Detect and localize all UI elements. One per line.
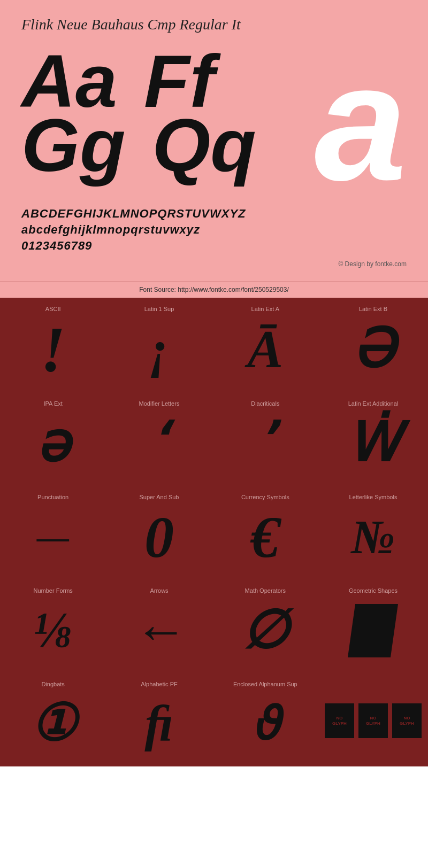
glyph-cell-alphabeticpf: Alphabetic PF ﬁ: [106, 673, 212, 766]
glyph-cell-latinexta: Latin Ext A Ā: [212, 298, 318, 392]
glyph-char-latinexta: Ā: [247, 317, 283, 382]
glyph-label-ipaext: IPA Ext: [44, 400, 63, 407]
glyph-char-numberforms: ⅛: [34, 599, 72, 662]
noglyph-text-1: NOGLYPH: [332, 716, 347, 726]
glyph-label-modifier: Modifier Letters: [139, 400, 180, 407]
glyph-cell-diacriticals: Diacriticals ʼ: [212, 392, 318, 486]
noglyph-text-3: NOGLYPH: [400, 716, 414, 726]
lowercase-alphabet: abcdefghijklmnopqrstuvwxyz: [21, 223, 407, 237]
glyph-char-punctuation: —: [37, 506, 69, 569]
glyph-char-geoshapes: [351, 599, 394, 662]
letter-pair-qq: Qq: [152, 108, 256, 183]
bottom-section: ASCII ! Latin 1 Sup ¡ Latin Ext A Ā Lati…: [0, 298, 428, 766]
glyph-cell-mathop: Math Operators ∅: [212, 579, 318, 673]
glyph-label-diacriticals: Diacriticals: [251, 400, 279, 407]
big-accent-a: a: [315, 44, 407, 201]
glyph-label-superandsub: Super And Sub: [139, 494, 179, 500]
glyph-label-currency: Currency Symbols: [241, 494, 289, 500]
noglyph-text-2: NOGLYPH: [366, 716, 380, 726]
glyph-char-currency: €: [250, 506, 280, 569]
geometric-rect: [348, 604, 398, 657]
noglyph-box-2: NOGLYPH: [358, 703, 388, 738]
glyph-char-diacriticals: ʼ: [257, 412, 274, 475]
glyph-cell-ascii: ASCII !: [0, 298, 106, 392]
glyph-grid: ASCII ! Latin 1 Sup ¡ Latin Ext A Ā Lati…: [0, 298, 428, 766]
glyph-label-punctuation: Punctuation: [37, 494, 68, 500]
glyph-label-latinextb: Latin Ext B: [359, 306, 387, 312]
glyph-char-latinextb: Ə: [352, 317, 394, 382]
glyph-char-dingbats: ①: [30, 693, 76, 756]
glyph-char-ipaext: ə: [36, 412, 70, 475]
glyph-cell-latin1sup: Latin 1 Sup ¡: [106, 298, 212, 392]
glyph-label-ascii: ASCII: [45, 306, 61, 312]
glyph-label-enclosedalphanum: Enclosed Alphanum Sup: [233, 681, 297, 687]
glyph-label-alphabeticpf: Alphabetic PF: [141, 681, 177, 687]
glyph-cell-dingbats: Dingbats ①: [0, 673, 106, 766]
alphabet-section: ABCDEFGHIJKLMNOPQRSTUVWXYZ abcdefghijklm…: [21, 201, 407, 258]
glyph-char-latin1sup: ¡: [149, 317, 170, 382]
noglyph-box-3: NOGLYPH: [392, 703, 422, 738]
noglyph-box-1: NOGLYPH: [325, 703, 354, 738]
glyph-cell-geoshapes: Geometric Shapes: [318, 579, 428, 673]
glyph-cell-letterlike: Letterlike Symbols №: [318, 486, 428, 579]
glyph-char-enclosedalphanum: ϑ: [251, 693, 279, 756]
noglyph-container: NOGLYPH NOGLYPH NOGLYPH: [324, 686, 423, 756]
glyph-label-letterlike: Letterlike Symbols: [349, 494, 398, 500]
glyph-cell-latinextb: Latin Ext B Ə: [318, 298, 428, 392]
top-section: Flink Neue Bauhaus Cmp Regular It Aa Ff …: [0, 0, 428, 281]
glyph-char-modifier: ʻ: [150, 412, 167, 475]
glyph-char-superandsub: 0: [144, 506, 174, 569]
glyph-char-latinextadd: Ẇ: [347, 412, 400, 475]
glyph-char-ascii: !: [41, 317, 66, 382]
uppercase-alphabet: ABCDEFGHIJKLMNOPQRSTUVWXYZ: [21, 207, 407, 221]
glyph-cell-noglyph: NOGLYPH NOGLYPH NOGLYPH: [318, 673, 428, 766]
glyph-cell-modifier: Modifier Letters ʻ: [106, 392, 212, 486]
copyright: © Design by fontke.com: [21, 258, 407, 270]
font-title: Flink Neue Bauhaus Cmp Regular It: [21, 16, 407, 33]
glyph-char-alphabeticpf: ﬁ: [145, 693, 173, 756]
font-source: Font Source: http://www.fontke.com/font/…: [0, 281, 428, 298]
glyph-cell-currency: Currency Symbols €: [212, 486, 318, 579]
glyph-label-mathop: Math Operators: [245, 587, 286, 594]
glyph-char-mathop: ∅: [242, 599, 288, 662]
glyph-cell-latinextadd: Latin Ext Additional Ẇ: [318, 392, 428, 486]
glyph-label-geoshapes: Geometric Shapes: [349, 587, 398, 594]
letter-pair-gg: Gg: [21, 108, 125, 183]
glyph-cell-superandsub: Super And Sub 0: [106, 486, 212, 579]
glyph-cell-arrows: Arrows ←: [106, 579, 212, 673]
glyph-label-numberforms: Number Forms: [33, 587, 72, 594]
glyph-cell-ipaext: IPA Ext ə: [0, 392, 106, 486]
glyph-label-arrows: Arrows: [150, 587, 168, 594]
glyph-label-latinextadd: Latin Ext Additional: [348, 400, 399, 407]
glyph-cell-punctuation: Punctuation —: [0, 486, 106, 579]
glyph-label-latinexta: Latin Ext A: [251, 306, 280, 312]
glyph-cell-enclosedalphanum: Enclosed Alphanum Sup ϑ: [212, 673, 318, 766]
glyph-label-dingbats: Dingbats: [41, 681, 64, 687]
glyph-char-letterlike: №: [351, 506, 395, 569]
glyph-char-arrows: ←: [132, 599, 186, 662]
digits: 0123456789: [21, 239, 407, 253]
glyph-label-latin1sup: Latin 1 Sup: [144, 306, 174, 312]
glyph-cell-numberforms: Number Forms ⅛: [0, 579, 106, 673]
